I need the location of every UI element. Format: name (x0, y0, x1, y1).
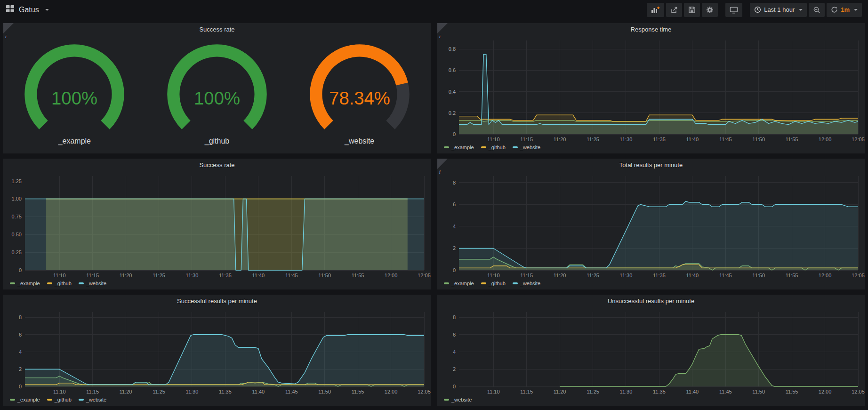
settings-button[interactable] (702, 3, 718, 17)
svg-text:11:55: 11:55 (786, 389, 798, 394)
navbar: Gatus (0, 0, 868, 19)
caret-down-icon (854, 9, 858, 11)
legend: _example_github_website (437, 144, 865, 153)
add-panel-button[interactable] (647, 3, 664, 17)
legend-item[interactable]: _website (79, 281, 106, 286)
dashboard-title: Gatus (19, 6, 39, 14)
svg-text:2: 2 (453, 245, 456, 251)
svg-text:11:50: 11:50 (752, 137, 765, 142)
legend-item[interactable]: _website (513, 145, 540, 150)
svg-text:12:00: 12:00 (385, 389, 398, 394)
gauge-github: 100% _github (146, 36, 289, 153)
zoom-out-button[interactable] (809, 3, 825, 17)
legend-item[interactable]: _website (79, 397, 106, 402)
legend-series-label: _website (520, 281, 540, 286)
svg-text:11:25: 11:25 (153, 273, 165, 278)
legend-series-label: _example (451, 281, 474, 286)
time-range-picker[interactable]: Last 1 hour (750, 3, 807, 17)
legend-item[interactable]: _github (481, 145, 506, 150)
svg-text:11:50: 11:50 (318, 273, 331, 278)
gauge-label: _example (58, 137, 91, 145)
legend-item[interactable]: _example (10, 281, 40, 286)
legend-series-swatch (79, 399, 84, 401)
panel-title[interactable]: Successful results per minute (3, 295, 431, 307)
svg-text:11:55: 11:55 (352, 389, 364, 394)
svg-text:11:10: 11:10 (487, 137, 500, 142)
svg-text:11:35: 11:35 (653, 137, 666, 142)
svg-text:11:35: 11:35 (219, 273, 232, 278)
refresh-icon (831, 6, 838, 13)
svg-text:11:40: 11:40 (686, 137, 699, 142)
svg-text:0.50: 0.50 (12, 232, 22, 237)
info-icon[interactable]: i (437, 23, 448, 33)
legend-series-label: _website (451, 397, 472, 402)
svg-text:1.25: 1.25 (12, 178, 22, 184)
panel-title[interactable]: Success rate (3, 159, 431, 171)
svg-text:11:20: 11:20 (554, 273, 566, 278)
svg-text:8: 8 (453, 180, 456, 185)
svg-text:11:15: 11:15 (520, 273, 533, 278)
panel-title[interactable]: Response time (437, 23, 865, 36)
legend-series-swatch (444, 399, 449, 401)
tv-mode-button[interactable] (725, 3, 742, 17)
save-button[interactable] (684, 3, 700, 17)
refresh-picker[interactable]: 1m (827, 3, 862, 17)
legend-item[interactable]: _website (513, 281, 540, 286)
svg-text:0.2: 0.2 (449, 110, 456, 116)
total-results-chart[interactable]: 11:1011:1511:2011:2511:3011:3511:4011:45… (437, 171, 865, 280)
legend-series-swatch (513, 146, 518, 148)
share-button[interactable] (666, 3, 682, 17)
svg-text:12:05: 12:05 (852, 137, 865, 142)
svg-text:11:30: 11:30 (620, 273, 633, 278)
panel-title[interactable]: Unsuccessful results per minute (437, 295, 865, 307)
legend-item[interactable]: _example (444, 145, 474, 150)
svg-text:12:00: 12:00 (819, 389, 832, 394)
svg-text:11:40: 11:40 (252, 389, 265, 394)
svg-text:2: 2 (19, 366, 22, 372)
legend-item[interactable]: _example (444, 281, 474, 286)
legend: _example_github_website (3, 280, 431, 289)
legend-item[interactable]: _website (444, 397, 472, 402)
info-icon[interactable]: i (437, 159, 448, 169)
panel-title[interactable]: Total results per minute (437, 159, 865, 171)
legend-series-swatch (481, 282, 486, 284)
legend-item[interactable]: _github (47, 397, 72, 402)
svg-text:0: 0 (19, 267, 22, 273)
legend-series-swatch (79, 282, 84, 284)
zoom-out-icon (813, 6, 820, 14)
gauge-label: _website (345, 137, 374, 145)
success-rate-chart[interactable]: 11:1011:1511:2011:2511:3011:3511:4011:45… (3, 171, 431, 280)
info-icon[interactable]: i (3, 23, 14, 33)
svg-text:12:05: 12:05 (418, 389, 431, 394)
legend-series-label: _website (86, 397, 106, 402)
legend-series-label: _github (55, 281, 72, 286)
clock-icon (754, 6, 761, 13)
svg-text:12:00: 12:00 (385, 273, 398, 278)
svg-text:11:45: 11:45 (719, 389, 732, 394)
svg-text:6: 6 (19, 332, 22, 338)
svg-text:0.8: 0.8 (449, 46, 456, 52)
response-time-chart[interactable]: 11:1011:1511:2011:2511:3011:3511:4011:45… (437, 36, 865, 144)
svg-text:11:50: 11:50 (318, 389, 331, 394)
svg-text:11:40: 11:40 (686, 273, 699, 278)
successful-results-chart[interactable]: 11:1011:1511:2011:2511:3011:3511:4011:45… (3, 307, 431, 396)
dashboard-title-dropdown[interactable]: Gatus (6, 5, 49, 14)
svg-text:11:10: 11:10 (487, 389, 500, 394)
legend-item[interactable]: _example (10, 397, 40, 402)
legend-item[interactable]: _github (47, 281, 72, 286)
legend-item[interactable]: _github (481, 281, 506, 286)
legend: _example_github_website (3, 396, 431, 406)
svg-text:11:25: 11:25 (153, 389, 165, 394)
svg-text:11:10: 11:10 (487, 273, 500, 278)
panel-title[interactable]: Success rate (3, 23, 431, 36)
panel-response-time: i Response time 11:1011:1511:2011:2511:3… (437, 23, 865, 153)
unsuccessful-results-chart[interactable]: 11:1011:1511:2011:2511:3011:3511:4011:45… (437, 307, 865, 396)
svg-text:0.25: 0.25 (12, 249, 22, 255)
svg-text:78.34%: 78.34% (329, 88, 390, 108)
panel-unsuccessful-results: Unsuccessful results per minute 11:1011:… (437, 295, 865, 406)
svg-text:11:55: 11:55 (786, 137, 798, 142)
add-panel-icon (651, 6, 660, 14)
panel-success-rate-gauges: i Success rate 100% _example 100% _githu… (3, 23, 431, 153)
share-icon (670, 6, 678, 14)
time-range-label: Last 1 hour (764, 6, 795, 13)
